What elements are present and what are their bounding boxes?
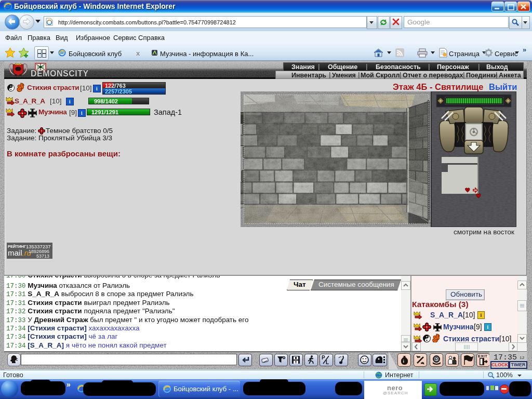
svg-text:L: L: [326, 360, 329, 365]
svg-text:DEMONSCITY: DEMONSCITY: [31, 69, 89, 78]
svg-text:P: P: [322, 355, 325, 361]
svg-text:5: 5: [435, 357, 438, 362]
